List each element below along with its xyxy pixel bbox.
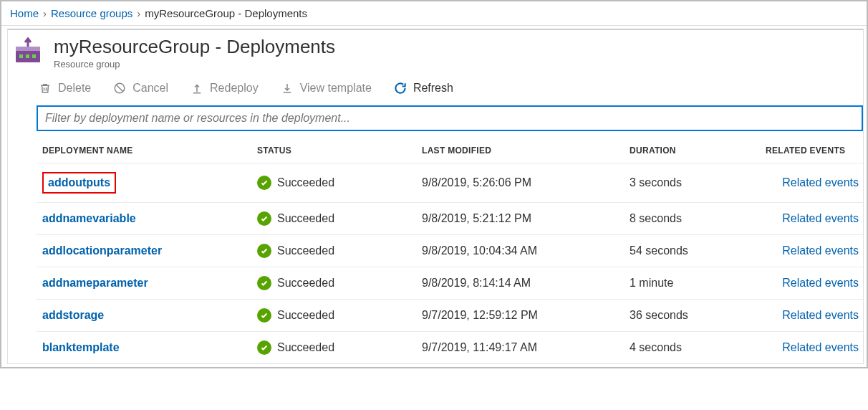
refresh-label: Refresh (413, 82, 453, 95)
success-icon (257, 308, 271, 323)
table-row: addstorageSucceeded9/7/2019, 12:59:12 PM… (37, 299, 863, 331)
delete-button[interactable]: Delete (38, 81, 91, 95)
view-template-label: View template (300, 82, 372, 95)
filter-input[interactable] (37, 105, 863, 131)
related-events-link[interactable]: Related events (766, 309, 866, 322)
related-events-link[interactable]: Related events (766, 277, 866, 290)
col-status[interactable]: Status (257, 146, 422, 156)
related-events-link[interactable]: Related events (766, 212, 866, 225)
col-last-modified[interactable]: Last Modified (422, 146, 630, 156)
trash-icon (38, 81, 52, 95)
cancel-icon (112, 81, 127, 95)
col-duration[interactable]: Duration (630, 146, 766, 156)
success-icon (257, 340, 271, 355)
duration-text: 4 seconds (630, 341, 766, 354)
svg-rect-2 (19, 54, 23, 58)
chevron-right-icon: › (43, 7, 47, 19)
toolbar: Delete Cancel Redeploy (8, 74, 863, 105)
deployment-name-link[interactable]: addoutputs (42, 172, 116, 194)
breadcrumb: Home › Resource groups › myResourceGroup… (1, 1, 867, 25)
deployment-name-link[interactable]: addnamevariable (42, 212, 136, 224)
duration-text: 8 seconds (630, 212, 766, 225)
page-subtitle: Resource group (54, 59, 335, 70)
refresh-icon (393, 81, 408, 95)
table-row: addnameparameterSucceeded9/8/2019, 8:14:… (37, 267, 863, 299)
related-events-link[interactable]: Related events (766, 244, 866, 257)
download-icon (280, 81, 294, 95)
view-template-button[interactable]: View template (280, 81, 372, 95)
table-row: addnamevariableSucceeded9/8/2019, 5:21:1… (37, 202, 863, 234)
refresh-button[interactable]: Refresh (393, 81, 453, 95)
last-modified-text: 9/8/2019, 10:04:34 AM (422, 244, 630, 257)
status-text: Succeeded (277, 244, 334, 257)
last-modified-text: 9/8/2019, 8:14:14 AM (422, 277, 630, 290)
table-row: addlocationparameterSucceeded9/8/2019, 1… (37, 234, 863, 267)
svg-rect-4 (32, 54, 36, 58)
redeploy-button[interactable]: Redeploy (190, 81, 259, 95)
last-modified-text: 9/8/2019, 5:21:12 PM (422, 212, 630, 225)
related-events-link[interactable]: Related events (766, 176, 866, 189)
status-text: Succeeded (277, 309, 334, 322)
status-cell: Succeeded (257, 244, 422, 258)
success-icon (257, 211, 271, 226)
duration-text: 3 seconds (630, 176, 766, 189)
last-modified-text: 9/7/2019, 11:49:17 AM (422, 341, 630, 354)
duration-text: 36 seconds (630, 309, 766, 322)
status-cell: Succeeded (257, 211, 422, 226)
status-text: Succeeded (277, 176, 334, 189)
status-text: Succeeded (277, 277, 334, 290)
redeploy-icon (190, 81, 204, 95)
deployment-name-link[interactable]: addnameparameter (42, 277, 148, 289)
breadcrumb-home[interactable]: Home (10, 7, 39, 19)
redeploy-label: Redeploy (210, 82, 259, 95)
duration-text: 54 seconds (630, 244, 766, 257)
svg-rect-1 (16, 47, 40, 51)
delete-label: Delete (58, 82, 91, 95)
deployment-name-link[interactable]: blanktemplate (42, 341, 120, 353)
breadcrumb-current: myResourceGroup - Deployments (145, 7, 307, 19)
success-icon (257, 244, 271, 258)
last-modified-text: 9/8/2019, 5:26:06 PM (422, 176, 630, 189)
table-row: blanktemplateSucceeded9/7/2019, 11:49:17… (37, 331, 863, 363)
resource-group-icon (12, 36, 44, 67)
status-cell: Succeeded (257, 340, 422, 355)
col-related-events[interactable]: Related Events (766, 146, 866, 156)
chevron-right-icon: › (137, 7, 140, 19)
table-row: addoutputsSucceeded9/8/2019, 5:26:06 PM3… (37, 163, 863, 202)
table-header: Deployment Name Status Last Modified Dur… (37, 138, 863, 163)
breadcrumb-resource-groups[interactable]: Resource groups (51, 7, 132, 19)
svg-rect-3 (26, 54, 29, 58)
deployment-name-link[interactable]: addstorage (42, 309, 104, 321)
success-icon (257, 176, 271, 190)
related-events-link[interactable]: Related events (766, 341, 866, 354)
status-text: Succeeded (277, 212, 334, 225)
success-icon (257, 276, 271, 290)
col-deployment-name[interactable]: Deployment Name (42, 146, 257, 156)
status-cell: Succeeded (257, 308, 422, 323)
deployment-name-link[interactable]: addlocationparameter (42, 244, 162, 257)
status-cell: Succeeded (257, 176, 422, 190)
status-cell: Succeeded (257, 276, 422, 290)
page-title: myResourceGroup - Deployments (54, 36, 335, 58)
status-text: Succeeded (277, 341, 334, 354)
cancel-label: Cancel (132, 82, 168, 95)
cancel-button[interactable]: Cancel (112, 81, 168, 95)
last-modified-text: 9/7/2019, 12:59:12 PM (422, 309, 630, 322)
duration-text: 1 minute (630, 277, 766, 290)
